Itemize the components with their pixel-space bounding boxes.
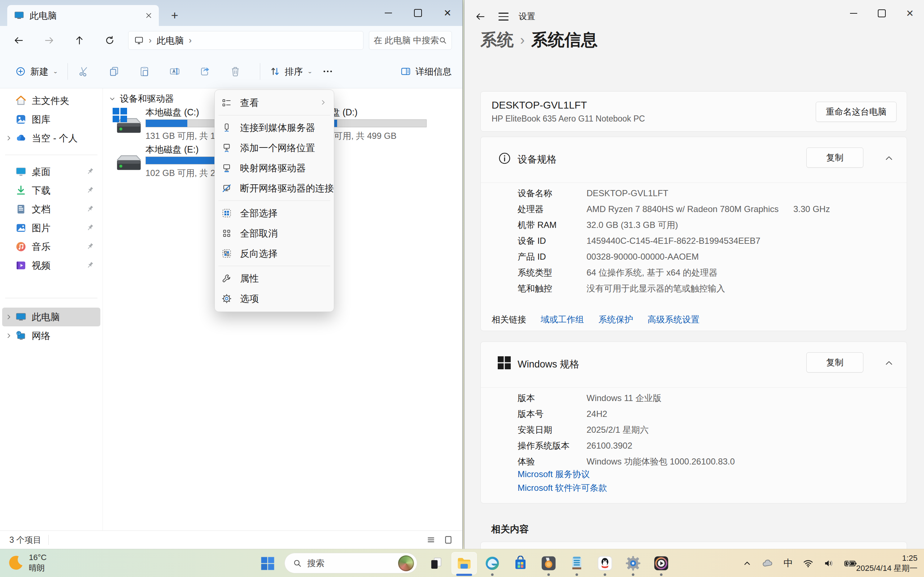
list-view-icon[interactable] [426, 535, 436, 545]
sidebar-item-home[interactable]: 主文件夹 [2, 91, 100, 110]
taskbar-app-media-player[interactable] [653, 555, 670, 572]
taskbar-app-notes-app[interactable] [569, 555, 585, 572]
taskbar-search[interactable]: 搜索 [284, 553, 417, 574]
battery-charging-icon[interactable] [844, 558, 857, 569]
sidebar-item-gallery[interactable]: 图库 [2, 110, 100, 129]
related-link[interactable]: 系统保护 [598, 314, 633, 325]
sidebar-item-videos[interactable]: 视频 [2, 256, 100, 275]
sidebar-item-network[interactable]: 网络 [2, 326, 100, 345]
spec-label: 安装日期 [518, 424, 586, 436]
ime-indicator[interactable]: 中 [783, 557, 793, 569]
back-icon[interactable] [472, 9, 488, 24]
taskbar-app-settings-gear[interactable] [625, 555, 641, 572]
sidebar-item-label: 下载 [32, 184, 85, 197]
context-menu-item-media-server[interactable]: 连接到媒体服务器 [217, 118, 332, 138]
explorer-tab-this-pc[interactable]: 此电脑 [7, 5, 159, 26]
chevron-up-icon[interactable] [884, 358, 894, 368]
context-menu-item-disconnect-drive[interactable]: 断开网络驱动器的连接 [217, 178, 332, 198]
settings-titlebar: 设置 ✕ [465, 0, 924, 32]
forward-icon[interactable] [40, 31, 58, 50]
rename-pc-button[interactable]: 重命名这台电脑 [816, 102, 897, 122]
taskbar-app-file-explorer[interactable] [456, 555, 472, 572]
rename-button[interactable] [164, 61, 186, 82]
spec-row: 设备名称DESKTOP-GVL1LFT [481, 185, 907, 201]
microsoft-link[interactable]: Microsoft 软件许可条款 [518, 481, 607, 495]
context-menu-item-properties[interactable]: 属性 [217, 268, 332, 288]
context-menu-item-add-network[interactable]: 添加一个网络位置 [217, 138, 332, 158]
refresh-icon[interactable] [100, 31, 119, 50]
taskbar-app-microsoft-store[interactable] [512, 555, 529, 572]
up-icon[interactable] [70, 31, 89, 50]
delete-button[interactable] [225, 61, 246, 82]
paste-button[interactable] [134, 61, 155, 82]
sidebar-item-label: 音乐 [32, 240, 85, 253]
related-link[interactable]: 域或工作组 [541, 314, 584, 325]
breadcrumb[interactable]: › 此电脑 › [128, 31, 363, 50]
start-button[interactable] [259, 555, 276, 572]
settings-app-title: 设置 [519, 11, 535, 22]
pin-icon [85, 261, 95, 270]
sidebar-item-downloads[interactable]: 下载 [2, 181, 100, 200]
minimize-button[interactable] [373, 0, 403, 26]
sidebar-item-desktop[interactable]: 桌面 [2, 162, 100, 181]
section-devices-and-drives[interactable]: 设备和驱动器 [108, 93, 174, 105]
context-menu-item-options[interactable]: 选项 [217, 288, 332, 309]
maximize-button[interactable] [868, 0, 896, 27]
close-button[interactable]: ✕ [896, 0, 924, 27]
context-menu-item-invert-selection[interactable]: 反向选择 [217, 243, 332, 264]
search-input[interactable]: 在 此电脑 中搜索 [369, 31, 452, 50]
large-icons-view-icon[interactable] [444, 535, 453, 545]
taskbar-app-edge[interactable] [484, 555, 501, 572]
taskbar-app-medal-app[interactable] [540, 555, 557, 572]
context-menu-item-view[interactable]: 查看 [217, 93, 332, 113]
divider [260, 63, 260, 80]
new-button[interactable]: 新建 ⌄ [11, 62, 63, 81]
tab-close-icon[interactable] [145, 12, 152, 19]
onedrive-icon [15, 132, 27, 144]
more-options-icon[interactable] [317, 61, 339, 82]
sidebar-item-pictures[interactable]: 图片 [2, 219, 100, 237]
share-button[interactable] [194, 61, 216, 82]
minimize-button[interactable] [840, 0, 868, 27]
onedrive-icon[interactable] [762, 557, 774, 569]
back-icon[interactable] [10, 31, 28, 50]
hidden-icons-chevron[interactable] [743, 559, 752, 568]
microsoft-link[interactable]: Microsoft 服务协议 [518, 467, 607, 481]
navigation-pane: 主文件夹图库当空 - 个人 桌面下载文档图片音乐视频 此电脑网络 [0, 89, 103, 530]
weather-widget[interactable]: 16°C 晴朗 [8, 552, 47, 573]
spec-row: 处理器AMD Ryzen 7 8840HS w/ Radeon 780M Gra… [481, 201, 907, 217]
maximize-button[interactable] [403, 0, 433, 26]
context-menu-item-select-all[interactable]: 全部选择 [217, 203, 332, 223]
cut-button[interactable] [73, 61, 95, 82]
sidebar-item-onedrive[interactable]: 当空 - 个人 [2, 129, 100, 148]
spec-row: 设备 ID1459440C-C145-4E1F-8622-B1994534EEB… [481, 233, 907, 249]
sort-button[interactable]: 排序 ⌄ [265, 62, 317, 81]
volume-icon[interactable] [823, 558, 834, 569]
device-model: HP EliteBook 635 Aero G11 Notebook PC [492, 114, 645, 124]
details-view-button[interactable]: 详细信息 [400, 66, 452, 77]
menu-icon[interactable] [496, 9, 512, 24]
sidebar-item-this-pc[interactable]: 此电脑 [2, 308, 100, 326]
spec-label: 版本号 [518, 408, 586, 420]
windows-logo-icon [113, 108, 127, 122]
clock[interactable]: 1:25 2025/4/14 星期一 [856, 553, 918, 574]
context-menu-item-map-drive[interactable]: 映射网络驱动器 [217, 158, 332, 178]
sidebar-item-music[interactable]: 音乐 [2, 237, 100, 256]
sidebar-item-documents[interactable]: 文档 [2, 200, 100, 219]
copy-button[interactable] [103, 61, 125, 82]
explorer-window-controls: ✕ [373, 0, 462, 26]
copy-button[interactable]: 复制 [806, 148, 863, 168]
taskbar-app-task-view[interactable] [428, 555, 444, 572]
context-menu-item-select-none[interactable]: 全部取消 [217, 223, 332, 243]
breadcrumb-this-pc[interactable]: 此电脑 [157, 35, 184, 47]
related-link[interactable]: 高级系统设置 [648, 314, 699, 325]
taskbar-app-qq[interactable] [597, 555, 613, 572]
wifi-icon[interactable] [803, 558, 814, 569]
breadcrumb-system[interactable]: 系统 [480, 29, 514, 51]
close-button[interactable]: ✕ [433, 0, 462, 26]
page-title: 系统 › 系统信息 [480, 29, 598, 51]
chevron-up-icon[interactable] [884, 154, 894, 163]
pin-icon [85, 205, 95, 214]
copy-button[interactable]: 复制 [806, 352, 863, 372]
new-tab-button[interactable]: + [167, 7, 183, 23]
